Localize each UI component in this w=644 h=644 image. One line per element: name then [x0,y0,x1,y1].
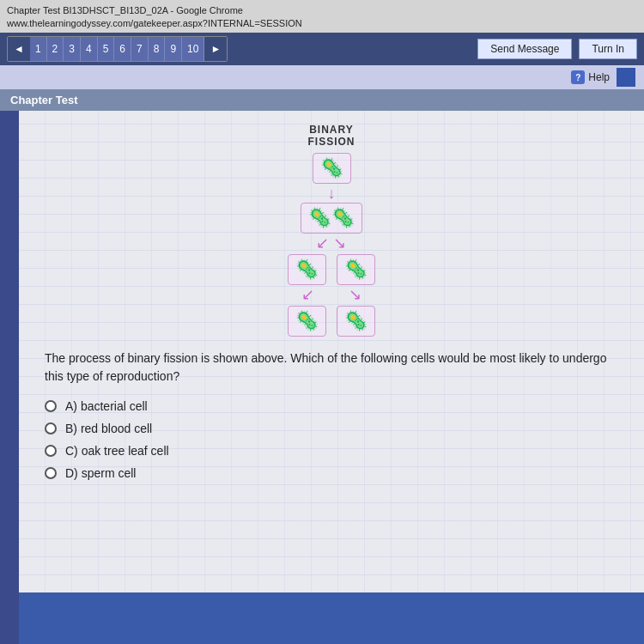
toolbar: ◄ 1 2 3 4 5 6 7 8 9 10 ► Send Message Tu… [0,33,644,65]
blue-square-decoration [617,68,635,87]
cell-level3-row: 🦠 🦠 [288,254,375,285]
cell-level4-1: 🦠 [288,306,326,337]
cell-emoji-1: 🦠 [320,157,343,179]
nav-numbers: 1 2 3 4 5 6 7 8 9 10 [30,37,205,61]
browser-title: Chapter Test BI13DHSCT_BI13D_02A - Googl… [7,3,637,17]
nav-num-6[interactable]: 6 [114,37,131,61]
cell-level3-right: 🦠 [337,254,375,285]
cell-level4-row: 🦠 🦠 [288,306,375,337]
browser-url: www.thelearningodyssey.com/gatekeeper.as… [7,17,637,31]
cell-emoji-4a: 🦠 [295,310,319,332]
diagram-container: BINARY FISSION 🦠 ↓ 🦠🦠 ↙ ↘ [45,124,618,337]
option-a-label: A) bacterial cell [65,399,148,413]
options-list: A) bacterial cell B) red blood cell C) o… [45,399,618,480]
radio-a[interactable] [45,400,57,412]
bottom-bar [19,592,644,644]
chapter-test-bar: Chapter Test [0,89,644,111]
turn-in-button[interactable]: Turn In [579,39,637,59]
arrow-3: ↙↘ [301,287,361,302]
help-bar: ? Help [0,65,644,89]
nav-num-2[interactable]: 2 [47,37,64,61]
cell-emoji-2: 🦠🦠 [308,207,355,229]
radio-d[interactable] [45,467,57,479]
option-c[interactable]: C) oak tree leaf cell [45,444,618,458]
nav-num-10[interactable]: 10 [182,37,204,61]
option-c-label: C) oak tree leaf cell [65,444,169,458]
option-b-label: B) red blood cell [65,422,152,435]
question-text: The process of binary fission is shown a… [45,349,618,386]
cell-level3-left: 🦠 [288,254,326,285]
nav-num-4[interactable]: 4 [81,37,98,61]
arrow-1: ↓ [328,185,336,201]
cell-emoji-4b: 🦠 [344,310,368,332]
option-a[interactable]: A) bacterial cell [45,399,618,413]
cell-level4-2: 🦠 [337,306,375,337]
navigation-bar: ◄ 1 2 3 4 5 6 7 8 9 10 ► [7,36,228,62]
help-icon: ? [571,70,585,84]
nav-prev-button[interactable]: ◄ [8,37,30,61]
right-content: BINARY FISSION 🦠 ↓ 🦠🦠 ↙ ↘ [19,111,644,644]
chapter-test-title: Chapter Test [10,94,78,106]
radio-b[interactable] [45,422,57,434]
help-button[interactable]: ? Help [571,70,610,84]
option-d-label: D) sperm cell [65,466,136,480]
nav-num-5[interactable]: 5 [98,37,115,61]
nav-num-1[interactable]: 1 [30,37,47,61]
diagram-title: BINARY FISSION [307,124,355,148]
nav-num-8[interactable]: 8 [149,37,166,61]
cell-emoji-3a: 🦠 [295,258,319,281]
nav-num-3[interactable]: 3 [64,37,81,61]
browser-chrome: Chapter Test BI13DHSCT_BI13D_02A - Googl… [0,0,644,33]
option-b[interactable]: B) red blood cell [45,422,618,435]
cell-level1: 🦠 [313,153,351,184]
send-message-button[interactable]: Send Message [477,39,572,59]
help-label: Help [588,71,610,83]
nav-next-button[interactable]: ► [204,37,227,61]
arrow-2: ↙ ↘ [316,235,346,251]
radio-c[interactable] [45,445,57,457]
content-area: BINARY FISSION 🦠 ↓ 🦠🦠 ↙ ↘ [0,111,644,644]
option-d[interactable]: D) sperm cell [45,466,618,480]
main-content: BINARY FISSION 🦠 ↓ 🦠🦠 ↙ ↘ [19,111,644,592]
page-wrapper: Chapter Test BI13DHSCT_BI13D_02A - Googl… [0,0,644,644]
nav-num-7[interactable]: 7 [131,37,149,61]
left-accent [0,111,19,644]
binary-diagram: 🦠 ↓ 🦠🦠 ↙ ↘ 🦠 [288,153,375,337]
nav-num-9[interactable]: 9 [165,37,182,61]
cell-emoji-3b: 🦠 [344,258,368,281]
cell-level2: 🦠🦠 [301,203,362,234]
